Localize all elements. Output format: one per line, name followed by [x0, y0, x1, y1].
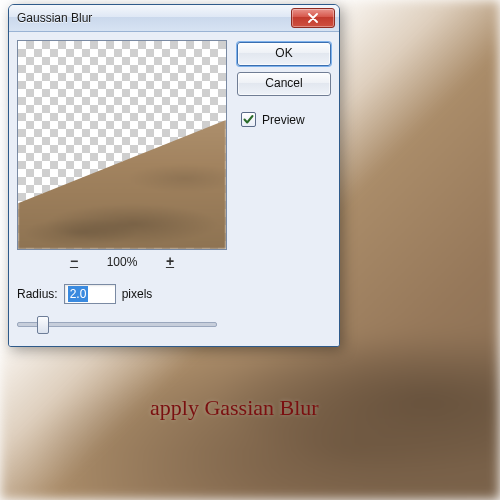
button-column: OK Cancel Preview: [237, 40, 331, 270]
radius-value: 2.0: [68, 286, 89, 302]
radius-area: Radius: 2.0 pixels: [9, 278, 339, 346]
preview-checkbox[interactable]: [241, 112, 256, 127]
cancel-button[interactable]: Cancel: [237, 72, 331, 96]
radius-slider[interactable]: [17, 314, 217, 332]
zoom-controls: − 100% +: [17, 254, 227, 270]
zoom-level: 100%: [102, 255, 142, 269]
preview-column: − 100% +: [17, 40, 227, 270]
ok-button[interactable]: OK: [237, 42, 331, 66]
titlebar[interactable]: Gaussian Blur: [9, 5, 339, 32]
gaussian-blur-dialog: Gaussian Blur − 100% + OK Cancel: [8, 4, 340, 347]
radius-row: Radius: 2.0 pixels: [17, 284, 331, 304]
zoom-out-button[interactable]: −: [64, 254, 84, 270]
preview-toggle-row: Preview: [237, 112, 331, 127]
radius-input[interactable]: 2.0: [64, 284, 116, 304]
close-button[interactable]: [291, 8, 335, 28]
check-icon: [242, 113, 255, 126]
dialog-body: − 100% + OK Cancel Preview: [9, 32, 339, 278]
preview-frame[interactable]: [17, 40, 227, 250]
dialog-title: Gaussian Blur: [17, 11, 291, 25]
annotation-text: apply Gassian Blur: [150, 395, 319, 421]
radius-unit: pixels: [122, 287, 153, 301]
slider-thumb[interactable]: [37, 316, 49, 334]
close-icon: [308, 13, 318, 23]
radius-label: Radius:: [17, 287, 58, 301]
preview-checkbox-label: Preview: [262, 113, 305, 127]
zoom-in-button[interactable]: +: [160, 254, 180, 270]
